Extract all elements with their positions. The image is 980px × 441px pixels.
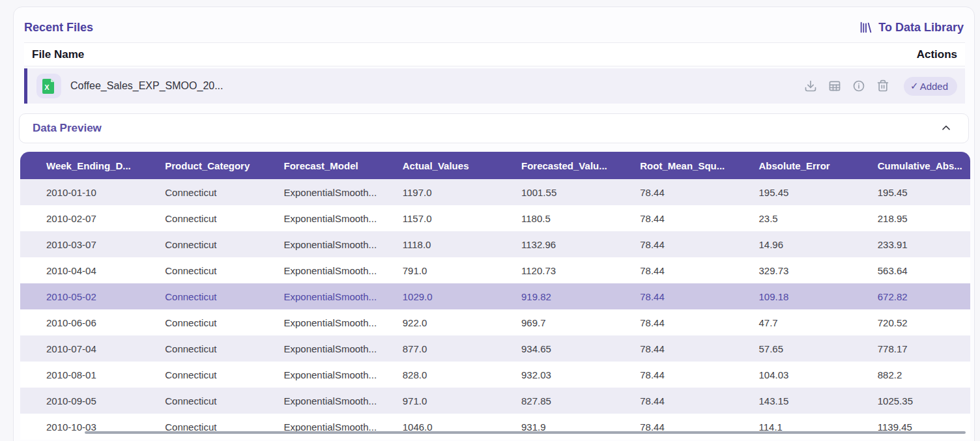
excel-file-icon: X: [36, 74, 61, 98]
table-column-header: Forecast_Model: [258, 152, 377, 179]
table-row[interactable]: 2010-01-10ConnecticutExponentialSmooth..…: [20, 179, 970, 205]
download-icon[interactable]: [803, 79, 817, 93]
table-cell: 78.44: [614, 257, 732, 283]
table-cell: 78.44: [614, 362, 732, 388]
table-row[interactable]: 2010-08-01ConnecticutExponentialSmooth..…: [20, 362, 970, 388]
table-cell: 931.9: [495, 414, 614, 440]
table-cell: 195.45: [733, 179, 852, 205]
table-cell: Connecticut: [139, 388, 257, 414]
table-cell: 78.44: [614, 179, 732, 205]
table-cell: 1118.0: [377, 231, 495, 257]
file-name-label: Coffee_Sales_EXP_SMOO_20...: [70, 80, 223, 92]
chevron-up-icon[interactable]: [940, 122, 953, 135]
table-icon[interactable]: [828, 79, 841, 93]
table-row[interactable]: 2010-05-02ConnecticutExponentialSmooth..…: [20, 283, 970, 309]
table-row[interactable]: 2010-03-07ConnecticutExponentialSmooth..…: [20, 231, 970, 257]
table-cell: 14.96: [733, 231, 852, 257]
table-cell: 934.65: [495, 335, 614, 362]
file-actions: ✓ Added: [803, 77, 957, 96]
table-cell: 1001.55: [495, 179, 614, 205]
table-cell: ExponentialSmooth...: [258, 231, 377, 257]
table-cell: Connecticut: [139, 414, 257, 440]
table-cell: 195.45: [852, 179, 970, 205]
info-icon[interactable]: [852, 79, 865, 93]
table-row[interactable]: 2010-10-03ConnecticutExponentialSmooth..…: [20, 414, 970, 440]
table-cell: 1046.0: [377, 414, 495, 440]
table-cell: 922.0: [377, 309, 495, 335]
to-data-library-link[interactable]: To Data Library: [859, 20, 964, 35]
table-cell: 2010-04-04: [20, 257, 139, 283]
table-cell: ExponentialSmooth...: [258, 388, 377, 414]
table-cell: 1132.96: [495, 231, 614, 257]
table-cell: Connecticut: [139, 362, 257, 388]
table-cell: ExponentialSmooth...: [258, 257, 377, 283]
trash-icon[interactable]: [876, 79, 889, 93]
table-cell: 720.52: [852, 309, 970, 335]
table-cell: 932.03: [495, 362, 614, 388]
table-cell: Connecticut: [139, 231, 257, 257]
table-cell: 109.18: [733, 283, 852, 309]
table-cell: 791.0: [377, 257, 495, 283]
table-cell: 57.65: [733, 335, 852, 362]
status-badge-added: ✓ Added: [904, 77, 957, 96]
badge-label: Added: [920, 81, 948, 92]
table-cell: 233.91: [852, 231, 970, 257]
table-row[interactable]: 2010-04-04ConnecticutExponentialSmooth..…: [20, 257, 970, 283]
table-cell: 2010-02-07: [20, 205, 139, 231]
table-cell: 143.15: [733, 388, 852, 414]
table-column-header: Absolute_Error: [733, 152, 852, 179]
to-data-library-label: To Data Library: [878, 21, 964, 35]
table-cell: 877.0: [377, 335, 495, 362]
svg-text:X: X: [44, 83, 50, 91]
table-column-header: Cumulative_Abs...: [852, 152, 970, 179]
table-cell: 2010-05-02: [20, 283, 139, 309]
check-icon: ✓: [910, 80, 919, 92]
data-preview-title: Data Preview: [33, 122, 102, 135]
table-cell: ExponentialSmooth...: [258, 414, 377, 440]
table-cell: 1139.45: [852, 414, 970, 440]
table-column-header: Actual_Values: [377, 152, 495, 179]
file-row[interactable]: X Coffee_Sales_EXP_SMOO_20...: [24, 68, 965, 104]
library-icon: [859, 20, 873, 35]
table-cell: 2010-07-04: [20, 335, 139, 362]
table-cell: ExponentialSmooth...: [258, 283, 377, 309]
table-column-header: Product_Category: [139, 152, 257, 179]
table-cell: Connecticut: [139, 179, 257, 205]
table-cell: 78.44: [614, 335, 732, 362]
actions-column-header: Actions: [917, 48, 957, 61]
table-cell: ExponentialSmooth...: [258, 179, 377, 205]
table-column-header: Root_Mean_Squ...: [614, 152, 732, 179]
table-cell: 563.64: [852, 257, 970, 283]
table-row[interactable]: 2010-09-05ConnecticutExponentialSmooth..…: [20, 388, 970, 414]
table-cell: Connecticut: [139, 283, 257, 309]
table-cell: 2010-03-07: [20, 231, 139, 257]
table-cell: 78.44: [614, 414, 732, 440]
table-row[interactable]: 2010-06-06ConnecticutExponentialSmooth..…: [20, 309, 970, 335]
table-cell: 104.03: [733, 362, 852, 388]
file-name-column-header: File Name: [32, 48, 84, 61]
table-cell: 78.44: [614, 283, 732, 309]
table-cell: 78.44: [614, 388, 732, 414]
table-cell: 78.44: [614, 205, 732, 231]
file-table-header: File Name Actions: [24, 42, 965, 66]
table-cell: 2010-01-10: [20, 179, 139, 205]
table-cell: Connecticut: [139, 257, 257, 283]
horizontal-scrollbar[interactable]: [85, 431, 966, 434]
table-cell: 827.85: [495, 388, 614, 414]
table-cell: ExponentialSmooth...: [258, 362, 377, 388]
table-cell: 1180.5: [495, 205, 614, 231]
table-cell: 1197.0: [377, 179, 495, 205]
data-preview-bar[interactable]: Data Preview: [19, 113, 969, 143]
table-cell: Connecticut: [139, 309, 257, 335]
table-cell: Connecticut: [139, 335, 257, 362]
table-row[interactable]: 2010-02-07ConnecticutExponentialSmooth..…: [20, 205, 970, 231]
table-cell: 47.7: [733, 309, 852, 335]
table-cell: ExponentialSmooth...: [258, 205, 377, 231]
top-bar: Recent Files To Data Library: [14, 7, 974, 42]
table-cell: 23.5: [733, 205, 852, 231]
table-cell: 329.73: [733, 257, 852, 283]
table-cell: ExponentialSmooth...: [258, 309, 377, 335]
table-cell: 969.7: [495, 309, 614, 335]
table-row[interactable]: 2010-07-04ConnecticutExponentialSmooth..…: [20, 335, 970, 362]
table-cell: 2010-09-05: [20, 388, 139, 414]
